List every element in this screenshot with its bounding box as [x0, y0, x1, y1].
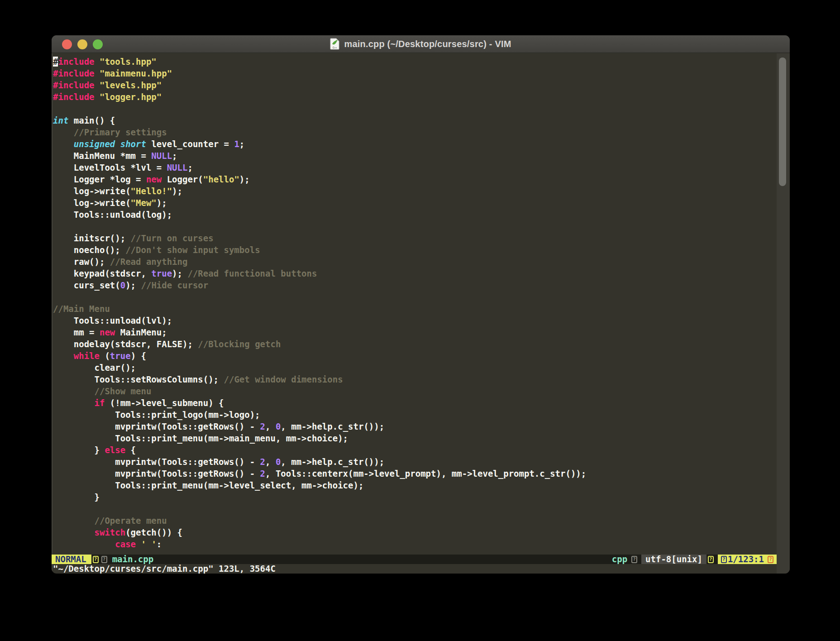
- scrollbar-track[interactable]: [777, 53, 790, 574]
- code-token: ;: [172, 151, 177, 161]
- window-title: main.cpp (~/Desktop/curses/src) - VIM: [344, 39, 511, 49]
- code-line: keypad(stdscr, true); //Read functional …: [53, 268, 790, 279]
- scrollbar-thumb[interactable]: [779, 57, 786, 186]
- vim-command-line[interactable]: "~/Desktop/curses/src/main.cpp" 123L, 35…: [52, 564, 777, 574]
- code-area[interactable]: #include "tools.hpp"#include "mainmenu.h…: [52, 53, 790, 555]
- code-token: Logger(: [162, 174, 203, 184]
- code-token: "Hello!": [131, 186, 172, 196]
- code-token: mvprintw(Tools::getRows() -: [53, 457, 260, 467]
- code-token: nodelay(stdscr, FALSE);: [53, 339, 198, 349]
- code-token: while: [74, 351, 100, 361]
- code-line: //Primary settings: [53, 126, 790, 138]
- code-token: mvprintw(Tools::getRows() -: [53, 469, 260, 478]
- statusline-position: ? 1/123:1 ?: [718, 555, 777, 564]
- code-token: MainMenu *mm =: [53, 151, 151, 161]
- code-token: }: [53, 492, 100, 502]
- code-token: LevelTools *lvl =: [53, 163, 167, 172]
- code-line: //Operate menu: [53, 515, 790, 526]
- code-line: Tools::print_menu(mm->level_select, mm->…: [53, 479, 790, 491]
- code-token: ,: [265, 457, 276, 467]
- code-token: , Tools::centerx(mm->level_prompt), mm->…: [265, 469, 586, 478]
- code-line: int main() {: [53, 115, 790, 126]
- code-token: else: [105, 445, 125, 455]
- code-line: LevelTools *lvl = NULL;: [53, 162, 790, 173]
- code-token: 2: [260, 457, 265, 467]
- code-line: Logger *log = new Logger("hello");: [53, 173, 790, 185]
- titlebar[interactable]: C++ main.cpp (~/Desktop/curses/src) - VI…: [52, 35, 790, 53]
- code-token: new: [146, 174, 162, 184]
- code-line: while (true) {: [53, 350, 790, 362]
- code-line: initscr(); //Turn on curses: [53, 232, 790, 244]
- code-token: Logger *log =: [53, 174, 146, 184]
- code-token: true: [151, 268, 172, 278]
- code-token: [95, 68, 100, 78]
- code-token: "logger.hpp": [100, 92, 162, 102]
- code-token: log->write(: [53, 198, 131, 208]
- code-line: //Show menu: [53, 385, 790, 397]
- zoom-button[interactable]: [93, 39, 103, 49]
- code-token: );: [125, 280, 141, 290]
- code-token: Tools::unload(lvl);: [53, 316, 172, 325]
- close-button[interactable]: [62, 39, 72, 49]
- code-token: "Mew": [131, 198, 157, 208]
- code-token: Tools::print_menu(mm->level_select, mm->…: [53, 480, 363, 490]
- code-token: 2: [260, 469, 265, 478]
- code-token: mm =: [53, 327, 100, 337]
- code-token: ' ': [141, 539, 157, 549]
- minimize-button[interactable]: [77, 39, 87, 49]
- code-token: keypad(stdscr,: [53, 268, 151, 278]
- code-line: Tools::print_menu(mm->main_menu, mm->cho…: [53, 432, 790, 444]
- traffic-lights: [62, 35, 103, 53]
- code-token: main() {: [68, 115, 115, 125]
- code-line: #include "tools.hpp": [53, 56, 790, 67]
- code-token: [115, 139, 120, 149]
- code-line: curs_set(0); //Hide cursor: [53, 279, 790, 291]
- code-token: noecho();: [53, 245, 125, 255]
- code-token: int: [53, 115, 68, 125]
- code-token: level_counter =: [146, 139, 234, 149]
- statusline-filename: main.cpp: [109, 555, 158, 564]
- code-token: "tools.hpp": [100, 57, 157, 67]
- code-token: 0: [276, 457, 281, 467]
- code-token: switch: [95, 527, 126, 537]
- code-line: Tools::setRowsColumns(); //Get window di…: [53, 373, 790, 385]
- code-line: log->write("Hello!");: [53, 185, 790, 197]
- code-line: switch(getch()) {: [53, 526, 790, 538]
- code-line: } else {: [53, 444, 790, 456]
- statusline-encoding: utf-8[unix]: [641, 555, 706, 564]
- trailing-glyph-icon: ?: [768, 556, 773, 563]
- cursor-position: 1/123:1: [728, 555, 764, 564]
- code-token: [53, 398, 95, 408]
- code-line: Tools::unload(log);: [53, 209, 790, 220]
- code-token: //Read functional buttons: [187, 268, 317, 278]
- code-token: [95, 57, 100, 67]
- code-token: new: [100, 327, 115, 337]
- powerline-separator-icon: ?: [708, 556, 714, 563]
- code-token: [53, 351, 74, 361]
- code-token: //Show menu: [53, 386, 151, 396]
- code-token: [53, 139, 74, 149]
- code-token: );: [157, 198, 167, 208]
- code-token: true: [110, 351, 131, 361]
- code-token: //Get window dimensions: [224, 374, 343, 384]
- code-token: Tools::print_logo(mm->logo);: [53, 410, 260, 420]
- code-line: mvprintw(Tools::getRows() - 2, 0, mm->he…: [53, 421, 790, 432]
- code-token: );: [172, 186, 182, 196]
- code-token: ;: [239, 139, 244, 149]
- code-token: 0: [276, 421, 281, 431]
- code-token: curs_set(: [53, 280, 120, 290]
- code-line: MainMenu *mm = NULL;: [53, 150, 790, 162]
- code-token: 1: [234, 139, 239, 149]
- code-line: [53, 220, 790, 232]
- code-token: //Operate menu: [53, 516, 167, 526]
- vim-window: C++ main.cpp (~/Desktop/curses/src) - VI…: [52, 35, 790, 574]
- vim-statusline: NORMAL ? ? main.cpp cpp ? utf-8[unix] ? …: [52, 555, 777, 564]
- code-token: );: [239, 174, 250, 184]
- code-line: log->write("Mew");: [53, 197, 790, 209]
- code-token: initscr();: [53, 233, 131, 243]
- code-line: mvprintw(Tools::getRows() - 2, Tools::ce…: [53, 468, 790, 479]
- code-token: //Main Menu: [53, 304, 110, 314]
- code-line: mvprintw(Tools::getRows() - 2, 0, mm->he…: [53, 456, 790, 468]
- code-line: noecho(); //Don't show input symbols: [53, 244, 790, 256]
- code-token: #include: [53, 80, 95, 90]
